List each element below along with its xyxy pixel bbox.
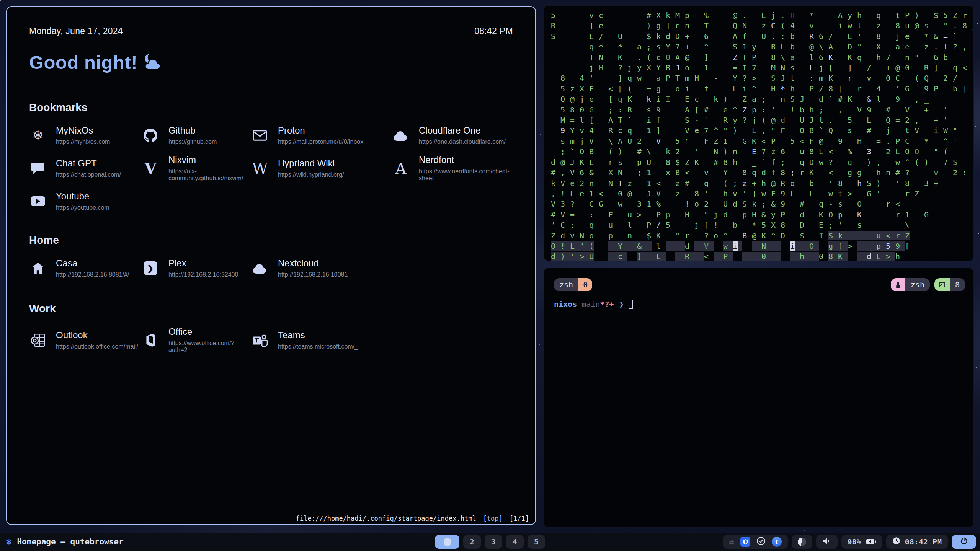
check-circle-icon[interactable] xyxy=(756,536,766,548)
clock-time: 08:42 PM xyxy=(905,537,942,546)
bookmark-url: https://one.dash.cloudflare.com/ xyxy=(419,139,506,145)
bookmark-url: http://192.168.2.16:10081 xyxy=(278,271,348,278)
startpage-sections: Bookmarks❄MyNixOshttps://mynixos.comGith… xyxy=(29,101,513,354)
bookmark-name: Hyprland Wiki xyxy=(278,158,344,169)
youtube-icon xyxy=(29,192,47,210)
bookmark-url: https://wiki.hyprland.org/ xyxy=(278,171,344,178)
tmux-window-name: zsh xyxy=(554,278,578,291)
tmux-right-modules: zsh8 xyxy=(891,278,965,291)
qutebrowser-window[interactable]: Monday, June 17, 2024 08:42 PM Good nigh… xyxy=(6,6,536,525)
bookmark-teams[interactable]: Teamshttps://teams.microsoft.com/_ xyxy=(251,326,392,354)
bookmark-name: Casa xyxy=(56,258,129,269)
section-work: WorkOutlookhttps://outlook.office.com/ma… xyxy=(29,303,513,354)
workspace-5[interactable]: 5 xyxy=(528,535,545,549)
waybar-window-title-module: ❄ Homepage — qutebrowser xyxy=(6,536,124,547)
statusbar-scroll-position: [top] xyxy=(483,515,503,522)
night-light-icon xyxy=(798,538,806,546)
office-icon xyxy=(142,331,159,349)
bookmark-chat-gpt[interactable]: Chat GPThttps://chat.openai.com/ xyxy=(29,155,142,182)
terminal-tmux-window[interactable]: zsh 0 zsh8 nixos main *?+ ❯ xyxy=(544,268,974,527)
wiki-icon: W xyxy=(251,160,269,177)
moon-cloud-icon xyxy=(144,53,163,72)
prompt-git-branch: main xyxy=(581,300,600,309)
bookmark-url: https://mynixos.com xyxy=(56,139,110,145)
bookmark-plex[interactable]: ❯Plexhttp://192.168.2.16:32400 xyxy=(142,258,251,278)
bookmark-hyprland-wiki[interactable]: WHyprland Wikihttps://wiki.hyprland.org/ xyxy=(251,155,392,182)
bookmark-url: https://www.office.com/?auth=2 xyxy=(168,340,251,354)
user-icon xyxy=(891,278,905,291)
volume-module[interactable] xyxy=(816,535,838,549)
workspace-2[interactable]: 2 xyxy=(463,535,481,549)
tmux-module-label: zsh xyxy=(905,278,930,291)
outlook-icon xyxy=(29,331,47,349)
battery-percent: 98% xyxy=(848,537,861,546)
bookmark-nextcloud[interactable]: Nextcloudhttp://192.168.2.16:10081 xyxy=(251,258,392,278)
font-icon: A xyxy=(392,160,410,177)
bookmark-url: https://mail.proton.me/u/0/inbox xyxy=(278,139,363,145)
bookmark-name: Cloudflare One xyxy=(419,125,506,136)
clock-module[interactable]: 08:42 PM xyxy=(886,535,948,549)
startpage-clock: 08:42 PM xyxy=(474,26,513,36)
statusbar-tab-index: [1/1] xyxy=(510,515,529,522)
bookmark-url: https://teams.microsoft.com/_ xyxy=(278,343,358,350)
bookmark-url: http://192.168.2.16:8081/#/ xyxy=(56,271,129,278)
tmux-window-tab[interactable]: zsh 0 xyxy=(554,278,592,291)
tmux-status-bar: zsh 0 zsh8 xyxy=(554,278,965,291)
bookmark-name: Office xyxy=(168,326,251,337)
speaker-icon xyxy=(822,537,831,547)
tmux-module-zsh: zsh xyxy=(891,278,930,291)
bookmark-url: https://www.nerdfonts.com/cheat-sheet xyxy=(419,168,513,182)
night-light-module[interactable] xyxy=(792,535,812,549)
battery-module[interactable]: 98% xyxy=(841,535,882,549)
workspaces: 2345 xyxy=(435,533,545,551)
workspace-3[interactable]: 3 xyxy=(485,535,502,549)
section-home: HomeCasahttp://192.168.2.16:8081/#/❯Plex… xyxy=(29,234,513,278)
bookmark-github[interactable]: Githubhttps://github.com xyxy=(142,125,251,145)
bookmark-mynixos[interactable]: ❄MyNixOshttps://mynixos.com xyxy=(29,125,142,145)
bookmark-name: Nixvim xyxy=(168,155,251,165)
system-tray[interactable]: ⇄ xyxy=(723,535,787,549)
bookmark-name: Outlook xyxy=(56,330,138,341)
bookmark-nixvim[interactable]: VNixvimhttps://nix-community.github.io/n… xyxy=(142,155,251,182)
bookmark-office[interactable]: Officehttps://www.office.com/?auth=2 xyxy=(142,326,251,354)
waybar: ❄ Homepage — qutebrowser 2345 ⇄ 98% xyxy=(0,533,980,551)
bitwarden-shield-icon[interactable] xyxy=(740,537,750,547)
bookmark-proton[interactable]: Protonhttps://mail.proton.me/u/0/inbox xyxy=(251,125,392,145)
workspace-1-active[interactable] xyxy=(435,535,459,549)
bookmark-casa[interactable]: Casahttp://192.168.2.16:8081/#/ xyxy=(29,258,142,278)
chat-icon xyxy=(29,160,47,177)
bookmark-name: Chat GPT xyxy=(56,158,121,169)
greeting-text: Good night! xyxy=(29,52,137,73)
bookmark-outlook[interactable]: Outlookhttps://outlook.office.com/mail/ xyxy=(29,326,142,354)
bookmark-name: Nextcloud xyxy=(278,258,348,269)
kdeconnect-icon[interactable]: ⇄ xyxy=(729,537,734,547)
cloud-icon xyxy=(251,259,269,277)
nixos-icon: ❄ xyxy=(29,127,47,144)
waybar-window-title: Homepage — qutebrowser xyxy=(17,537,123,546)
cmatrix-rain: 5 v c # X k M p % @ . E j . H * A y h q … xyxy=(551,10,967,261)
qutebrowser-statusbar: file:///home/hadi/.config/startpage/inde… xyxy=(296,515,529,522)
cloud-icon xyxy=(392,127,410,144)
prompt-git-status: *?+ xyxy=(600,300,614,309)
bookmark-name: Proton xyxy=(278,125,363,136)
bookmark-url: https://outlook.office.com/mail/ xyxy=(56,343,138,350)
power-button[interactable] xyxy=(952,535,976,549)
teams-icon xyxy=(251,331,269,349)
bluetooth-icon[interactable] xyxy=(772,537,782,547)
terminal-cmatrix-window[interactable]: 5 v c # X k M p % @ . E j . H * A y h q … xyxy=(544,5,974,261)
terminal-cursor xyxy=(629,300,633,309)
battery-charging-icon xyxy=(866,537,876,546)
bookmark-nerdfont[interactable]: ANerdfonthttps://www.nerdfonts.com/cheat… xyxy=(392,155,513,182)
bookmark-url: https://nix-community.github.io/nixvim/ xyxy=(168,168,251,182)
bookmark-cloudflare-one[interactable]: Cloudflare Onehttps://one.dash.cloudflar… xyxy=(392,125,513,145)
tmux-window-index: 0 xyxy=(578,278,592,291)
bookmark-name: Plex xyxy=(168,258,238,269)
prompt-symbol: ❯ xyxy=(619,300,624,309)
github-icon xyxy=(142,127,159,144)
nixos-logo-icon: ❄ xyxy=(6,536,11,547)
bookmark-name: Nerdfont xyxy=(419,155,513,165)
bookmark-url: https://github.com xyxy=(168,139,217,145)
workspace-4[interactable]: 4 xyxy=(506,535,524,549)
bookmark-youtube[interactable]: Youtubehttps://youtube.com xyxy=(29,191,142,211)
plex-icon: ❯ xyxy=(142,259,159,277)
